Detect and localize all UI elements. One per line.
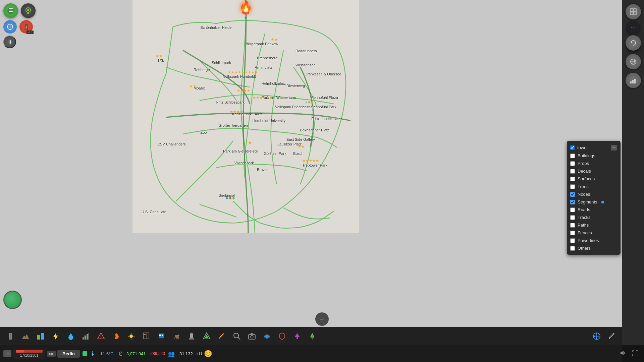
svg-rect-1 <box>9 10 13 10</box>
map-stars: ★★ <box>155 54 163 58</box>
tab-fire[interactable] <box>109 329 123 343</box>
stats-icon <box>82 332 90 340</box>
notification-arrow: ▼ <box>244 15 248 20</box>
move-button[interactable] <box>590 329 604 343</box>
svg-line-52 <box>178 337 179 339</box>
sidebar-master-checkbox[interactable] <box>570 145 575 150</box>
speed-button[interactable]: ▶▶ <box>47 351 56 357</box>
svg-rect-44 <box>162 335 163 336</box>
audio-button[interactable] <box>618 350 628 358</box>
map-label: Bürgerpark Pankow <box>246 42 278 46</box>
grid-button[interactable] <box>626 4 641 19</box>
info-button[interactable]: i <box>3 20 17 34</box>
tab-electricity[interactable] <box>49 329 63 343</box>
layers2-icon <box>263 332 271 340</box>
svg-rect-20 <box>632 80 634 83</box>
cash-display: 3,071,941 <box>125 351 148 356</box>
bottom-status-bar: ⏸ 17/10/2301 ▶▶ Berlin 🌡 11.6°C Ȼ 3,071,… <box>0 345 644 362</box>
add-button[interactable]: + <box>315 312 329 326</box>
svg-rect-53 <box>190 334 193 339</box>
paths-label: Paths <box>578 223 589 228</box>
sidebar-item-segments[interactable]: Segments <box>567 198 621 206</box>
sidebar-item-buildings[interactable]: Buildings <box>567 152 621 160</box>
map-notification[interactable]: 🔥 ZG ▼ <box>239 0 253 20</box>
tab-sun[interactable] <box>124 329 138 343</box>
tab-roads[interactable] <box>3 329 17 343</box>
fullscreen-button[interactable] <box>630 350 641 358</box>
svg-point-63 <box>251 336 253 338</box>
tab-pencil[interactable] <box>215 329 229 343</box>
pause-button[interactable]: ⏸ <box>3 350 11 357</box>
achievements-button[interactable] <box>21 3 36 18</box>
chart-button[interactable] <box>626 73 641 88</box>
minimap[interactable] <box>3 291 22 309</box>
tab-bus[interactable] <box>154 329 168 343</box>
book-icon <box>142 332 150 340</box>
play-pause-button[interactable]: ⏸ <box>3 36 16 48</box>
tab-terrain[interactable] <box>18 329 33 343</box>
svg-marker-77 <box>621 351 624 355</box>
tracks-label: Tracks <box>578 215 591 220</box>
tab-triangle[interactable] <box>200 329 214 343</box>
traffic-lights-button[interactable]: 🚦 v1.1 <box>19 20 33 34</box>
sidebar-title: tower <box>577 145 608 150</box>
terrain-icon <box>21 332 30 340</box>
map-viewport[interactable]: 🔥 ZG ▼ Schönholzer Heide Bürgerpark Pank… <box>132 0 359 233</box>
map-label: Weissensee <box>296 63 316 67</box>
sidebar-item-roads[interactable]: Roads <box>567 206 621 214</box>
asset-filter-panel: tower ✏ Buildings Props Decals Surfaces … <box>567 141 621 255</box>
tab-layers2[interactable] <box>260 329 274 343</box>
rotate-button[interactable] <box>626 35 641 51</box>
sidebar-item-paths[interactable]: Paths <box>567 221 621 229</box>
edit-button[interactable] <box>605 329 619 343</box>
map-label: Brennerberg <box>257 56 277 60</box>
tab-monument[interactable] <box>184 329 199 343</box>
globe-button[interactable] <box>626 54 641 69</box>
tab-horse[interactable] <box>169 329 183 343</box>
sidebar-edit-button[interactable]: ✏ <box>611 145 617 150</box>
sidebar-item-decals[interactable]: Decals <box>567 167 621 175</box>
bus-icon <box>157 332 165 340</box>
map-label: Diesterweg <box>286 84 305 88</box>
sidebar-item-others[interactable]: Others <box>567 244 621 252</box>
tab-search[interactable] <box>230 329 244 343</box>
sidebar-item-nodes[interactable]: Nodes <box>567 190 621 198</box>
svg-rect-26 <box>37 335 40 340</box>
map-label: Schillerpark <box>212 61 231 65</box>
main-menu-button[interactable] <box>3 3 18 18</box>
sidebar-item-tracks[interactable]: Tracks <box>567 214 621 221</box>
toolbar-row-2: i 🚦 v1.1 <box>3 20 36 34</box>
bottom-toolbar <box>0 327 622 345</box>
map-label: Fennpfuhl Plaza <box>311 96 338 100</box>
map-label: CSV Challengers <box>157 142 185 146</box>
tab-tree[interactable] <box>305 329 319 343</box>
tab-disasters[interactable] <box>94 329 108 343</box>
sidebar-item-trees[interactable]: Trees <box>567 183 621 190</box>
sidebar-item-fences[interactable]: Fences <box>567 229 621 237</box>
segment-dot <box>601 201 604 203</box>
water-icon <box>67 332 75 340</box>
grid-icon <box>630 8 637 15</box>
tab-stats[interactable] <box>79 329 93 343</box>
menu-icon <box>7 7 14 14</box>
sidebar-item-powerlines[interactable]: Powerlines <box>567 237 621 244</box>
svg-rect-41 <box>144 334 146 335</box>
tab-zones[interactable] <box>34 329 48 343</box>
sidebar-item-props[interactable]: Props <box>567 160 621 167</box>
tab-camera[interactable] <box>245 329 259 343</box>
tab-shield[interactable] <box>275 329 289 343</box>
sidebar-item-surfaces[interactable]: Surfaces <box>567 175 621 183</box>
svg-point-36 <box>129 335 133 338</box>
tab-book[interactable] <box>139 329 153 343</box>
map-stars: ★★★★★★ <box>253 96 273 100</box>
map-label: Park am Gleisdreieck <box>223 149 258 153</box>
shield-icon <box>278 332 286 340</box>
population-change: +11 <box>196 352 203 356</box>
tab-water[interactable] <box>64 329 78 343</box>
tab-up-arrow[interactable] <box>290 329 304 343</box>
svg-line-61 <box>238 337 240 340</box>
trees-label: Trees <box>578 184 589 189</box>
population-icon: 👥 <box>168 351 175 357</box>
map-label: Treptower Park <box>302 163 327 167</box>
svg-rect-14 <box>634 12 636 15</box>
